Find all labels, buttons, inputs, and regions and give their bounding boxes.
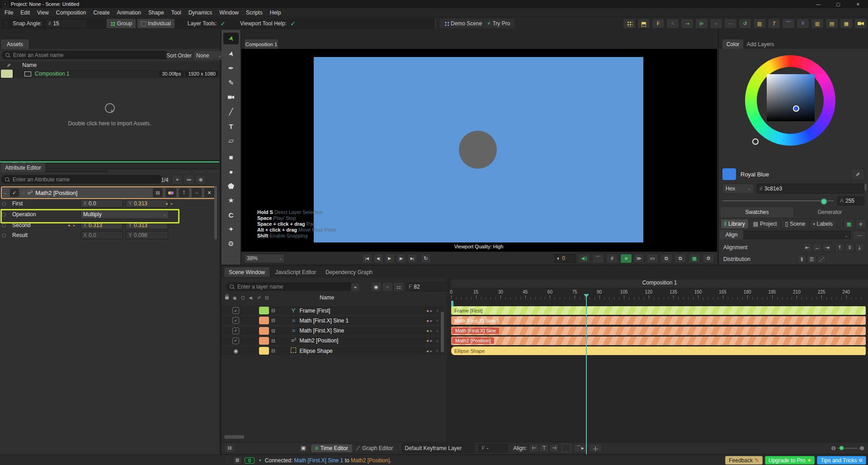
- alpha-slider-knob[interactable]: [821, 198, 827, 205]
- striped-box-icon[interactable]: ▥: [753, 19, 766, 28]
- align-left-icon[interactable]: ⇤: [802, 243, 812, 252]
- keyframe-next-icon[interactable]: ▸: [430, 338, 432, 343]
- keyframe-prev-icon[interactable]: ◂: [426, 328, 429, 333]
- align-top-icon[interactable]: ⤒: [835, 243, 844, 252]
- kf-align-center-icon[interactable]: ⊤: [539, 444, 549, 452]
- layer-row[interactable]: ◉⊟Ellipse Shape◂▸○: [222, 346, 444, 355]
- keyframe-circle-icon[interactable]: ○: [436, 308, 439, 313]
- align-bottom-icon[interactable]: ⤓: [855, 243, 864, 252]
- pick-attribute-icon[interactable]: ⌖: [172, 175, 183, 185]
- enabled-check-icon[interactable]: ✓: [10, 189, 19, 197]
- ease-curve-icon[interactable]: ⌒▸: [574, 444, 586, 452]
- color-panel-scrollbar[interactable]: [864, 184, 867, 191]
- attribute-search-input[interactable]: [1, 175, 162, 184]
- trim-top-icon[interactable]: ⎺: [782, 19, 795, 28]
- kf-marquee-icon[interactable]: [561, 444, 571, 452]
- asset-color-swatch[interactable]: [1, 70, 13, 78]
- keyframe-next-icon[interactable]: ▸: [430, 349, 432, 353]
- play-button[interactable]: ▶: [385, 254, 395, 263]
- keyframe-next-icon[interactable]: ▸: [430, 328, 432, 333]
- keyframe-prev-icon[interactable]: ◂: [426, 338, 429, 343]
- layer-name[interactable]: Ellipse Shape: [299, 348, 332, 354]
- layer-visibility-eye-icon[interactable]: ◉: [232, 348, 239, 354]
- layer-list-scrollbar[interactable]: [441, 312, 444, 352]
- isolate-icon[interactable]: ⁘: [192, 188, 202, 197]
- camera-tool[interactable]: [223, 91, 239, 103]
- layer-row[interactable]: ✓⊟ϒFrame [First]◂▸○: [222, 306, 444, 315]
- keyframe-layer-dropdown[interactable]: Default Keyframe Layer: [402, 443, 474, 453]
- keyframe-prev-icon[interactable]: ◂: [426, 308, 429, 313]
- bounds-icon[interactable]: ▭: [646, 254, 658, 263]
- menu-tool[interactable]: Tool: [168, 9, 185, 16]
- transform-tool[interactable]: ▱: [223, 135, 239, 147]
- layer-name[interactable]: Math2 [Position]: [299, 337, 338, 344]
- node-dots-icon[interactable]: ⁘: [710, 19, 722, 28]
- footer-frame-field[interactable]: F-: [479, 444, 508, 452]
- playhead-handle[interactable]: [584, 294, 589, 298]
- grid-view-icon[interactable]: ▦: [844, 219, 854, 229]
- audio-icon[interactable]: ◀)): [578, 254, 590, 263]
- align-right-icon[interactable]: ⇥: [822, 243, 832, 252]
- keyframe-next-icon[interactable]: ▸: [430, 308, 432, 313]
- grid-layout-icon[interactable]: ▦: [840, 19, 853, 28]
- timeline-layer-bar[interactable]: Math [First.X] Sine 1: [451, 316, 866, 325]
- panel-divider[interactable]: [0, 161, 219, 162]
- stack-icon[interactable]: ⧉: [660, 254, 672, 263]
- upgrade-to-pro-button[interactable]: Upgrade to Pro ★: [765, 456, 815, 465]
- timeline-layer-bar[interactable]: Ellipse Shape: [451, 346, 866, 355]
- layer-enabled-check-icon[interactable]: ✓: [232, 327, 239, 334]
- viewport-zoom-dropdown[interactable]: 38%⌄: [244, 254, 285, 263]
- transparency-icon[interactable]: ▦: [689, 254, 700, 263]
- timeline-layer-bar[interactable]: Frame [First]: [451, 306, 866, 315]
- eyedropper-icon[interactable]: ✎: [5, 63, 11, 67]
- timeline-zoom-knob[interactable]: [840, 446, 844, 450]
- scene-window-tab[interactable]: Scene Window: [224, 267, 269, 277]
- keyframe-prev-icon[interactable]: ◂: [68, 223, 70, 228]
- snap-angle-field[interactable]: # 15: [46, 19, 87, 28]
- layer-solo-toggle-icon[interactable]: ⊟: [271, 338, 275, 343]
- keyframe-next-icon[interactable]: ▸: [430, 318, 432, 323]
- footer-toggle-icon[interactable]: ⊟: [224, 444, 235, 453]
- align-bars-icon[interactable]: ⊫: [695, 19, 708, 28]
- attribute-scrollbar[interactable]: [214, 186, 217, 239]
- align-center-h-icon[interactable]: ↔: [812, 243, 822, 252]
- keyframe-circle-icon[interactable]: ○: [436, 348, 439, 353]
- sort-order-dropdown[interactable]: None⌄: [193, 51, 224, 60]
- dashed-arrow-icon[interactable]: ⇢: [681, 19, 693, 28]
- frame-icon[interactable]: F: [652, 19, 665, 28]
- layer-solo-toggle-icon[interactable]: ⊟: [271, 308, 275, 313]
- polygon-tool[interactable]: [223, 180, 239, 192]
- direct-select-tool[interactable]: ➤: [223, 48, 239, 60]
- menu-window[interactable]: Window: [216, 9, 242, 16]
- layer-enabled-check-icon[interactable]: ✓: [232, 307, 239, 314]
- time-editor-button[interactable]: ≡ Time Editor: [311, 444, 352, 452]
- arc-tool[interactable]: C: [223, 209, 239, 221]
- scatter-icon[interactable]: ⁖: [666, 19, 679, 28]
- connect-dot[interactable]: [2, 202, 6, 206]
- trim-bottom-icon[interactable]: ⎶: [797, 19, 809, 28]
- collapse-chevron-icon[interactable]: ⌄: [4, 190, 7, 195]
- layer-color-chip[interactable]: [259, 317, 269, 324]
- add-layers-tab[interactable]: Add Layers: [744, 39, 777, 49]
- distribute-v-icon[interactable]: ☰: [807, 255, 816, 264]
- sparkle-tool[interactable]: ✦: [223, 223, 239, 235]
- connect-dot[interactable]: [2, 233, 6, 237]
- error-count-badge[interactable]: 0: [245, 457, 255, 464]
- distribute-h-icon[interactable]: ⫴: [797, 255, 807, 264]
- close-button[interactable]: ✕: [848, 2, 868, 7]
- menu-view[interactable]: View: [33, 9, 52, 16]
- alpha-value-field[interactable]: A255: [837, 196, 864, 205]
- graph-editor-button[interactable]: ⟋ Graph Editor: [352, 444, 397, 452]
- menu-animation[interactable]: Animation: [113, 9, 145, 16]
- camera-toolbar-icon[interactable]: [854, 19, 867, 28]
- viewport-settings-gear-icon[interactable]: ⚙: [703, 254, 714, 263]
- layer-row[interactable]: ✓⊟=Math [First.X] Sine◂▸○: [222, 327, 444, 335]
- close-node-icon[interactable]: ✕: [204, 188, 214, 197]
- menu-shape[interactable]: Shape: [145, 9, 168, 16]
- utility-tool[interactable]: ⚙: [223, 238, 239, 250]
- align-tab[interactable]: Align: [720, 230, 743, 239]
- menu-file[interactable]: File: [1, 9, 17, 16]
- maximize-button[interactable]: ▢: [828, 2, 848, 7]
- attribute-editor-tab[interactable]: Attribute Editor: [1, 163, 45, 172]
- layer-tools-check-icon[interactable]: ✓: [220, 20, 226, 27]
